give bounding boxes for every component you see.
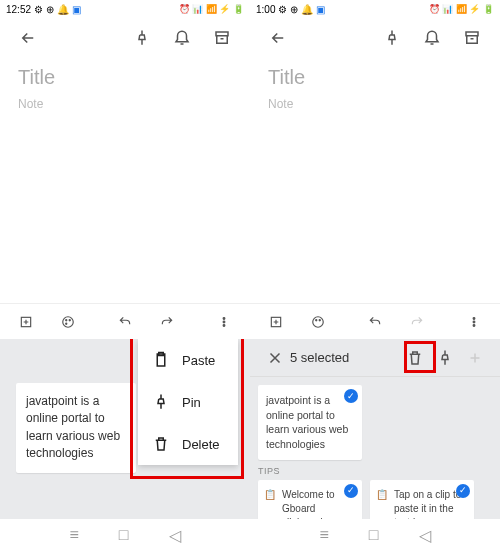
palette-icon[interactable] bbox=[52, 306, 84, 338]
svg-point-18 bbox=[473, 324, 475, 326]
svg-point-5 bbox=[66, 323, 67, 324]
pin-icon[interactable] bbox=[430, 343, 460, 373]
pin-icon[interactable] bbox=[376, 22, 408, 54]
back-icon[interactable] bbox=[12, 22, 44, 54]
tip-item[interactable]: 📋 Welcome to Gboard clipboard, any text … bbox=[258, 480, 362, 519]
nav-back-icon[interactable]: ◁ bbox=[169, 526, 181, 545]
redo-icon bbox=[401, 306, 433, 338]
nav-bar: ≡ □ ◁ bbox=[250, 519, 500, 551]
svg-point-15 bbox=[319, 319, 320, 320]
bell-icon: 🔔 bbox=[57, 4, 69, 15]
tips-label: TIPS bbox=[258, 466, 492, 476]
nav-back-icon[interactable]: ◁ bbox=[419, 526, 431, 545]
title-input[interactable]: Title bbox=[268, 66, 482, 89]
nav-home-icon[interactable]: □ bbox=[369, 526, 379, 544]
more-icon[interactable] bbox=[458, 306, 490, 338]
clipboard-item[interactable]: javatpoint is a online portal to learn v… bbox=[16, 383, 136, 473]
status-bar: 12:52 ⚙ ⊕ 🔔 ▣ ⏰ 📊 📶 ⚡ 🔋 bbox=[0, 0, 250, 18]
status-icons: ⏰ 📊 📶 ⚡ 🔋 bbox=[179, 4, 244, 14]
gear-icon: ⚙ bbox=[34, 4, 43, 15]
menu-paste[interactable]: Paste bbox=[138, 339, 238, 381]
check-icon: ✓ bbox=[344, 484, 358, 498]
editor-bottom-bar bbox=[250, 303, 500, 339]
svg-point-13 bbox=[313, 316, 324, 327]
title-input[interactable]: Title bbox=[18, 66, 232, 89]
svg-point-14 bbox=[316, 319, 317, 320]
close-icon[interactable] bbox=[260, 343, 290, 373]
status-icons: ⏰ 📊 📶 ⚡ 🔋 bbox=[429, 4, 494, 14]
selection-count: 5 selected bbox=[290, 350, 349, 365]
archive-icon[interactable] bbox=[206, 22, 238, 54]
bell-icon: 🔔 bbox=[301, 4, 313, 15]
context-menu: Paste Pin Delete bbox=[138, 339, 238, 465]
svg-point-2 bbox=[63, 316, 74, 327]
selection-bar: 5 selected bbox=[250, 339, 500, 377]
redo-icon[interactable] bbox=[151, 306, 183, 338]
svg-point-4 bbox=[69, 319, 70, 320]
archive-icon[interactable] bbox=[456, 22, 488, 54]
more-icon[interactable] bbox=[208, 306, 240, 338]
undo-icon[interactable] bbox=[109, 306, 141, 338]
app-icon: ▣ bbox=[72, 4, 81, 15]
svg-point-7 bbox=[223, 321, 225, 323]
delete-icon[interactable] bbox=[400, 343, 430, 373]
nav-recent-icon[interactable]: ≡ bbox=[319, 526, 328, 544]
note-toolbar bbox=[250, 18, 500, 58]
clipboard-icon: 📋 bbox=[376, 488, 390, 502]
svg-rect-0 bbox=[216, 32, 228, 36]
clipboard-item[interactable]: javatpoint is a online portal to learn v… bbox=[258, 385, 362, 460]
nav-recent-icon[interactable]: ≡ bbox=[69, 526, 78, 544]
svg-point-6 bbox=[223, 317, 225, 319]
screen-right: 1:00 ⚙ ⊕ 🔔 ▣ ⏰ 📊 📶 ⚡ 🔋 Title Note 5 sele… bbox=[250, 0, 500, 551]
palette-icon[interactable] bbox=[302, 306, 334, 338]
note-toolbar bbox=[0, 18, 250, 58]
clipboard-icon: 📋 bbox=[264, 488, 278, 502]
add-icon[interactable] bbox=[260, 306, 292, 338]
svg-point-17 bbox=[473, 321, 475, 323]
check-icon: ✓ bbox=[456, 484, 470, 498]
note-input[interactable]: Note bbox=[268, 97, 482, 111]
editor-bottom-bar bbox=[0, 303, 250, 339]
reminder-icon[interactable] bbox=[166, 22, 198, 54]
svg-point-3 bbox=[66, 319, 67, 320]
globe-icon: ⊕ bbox=[290, 4, 298, 15]
add-clip-icon bbox=[460, 343, 490, 373]
nav-bar: ≡ □ ◁ bbox=[0, 519, 250, 551]
check-icon: ✓ bbox=[344, 389, 358, 403]
note-input[interactable]: Note bbox=[18, 97, 232, 111]
svg-point-8 bbox=[223, 324, 225, 326]
clipboard-panel: javatpoint is a online portal to learn v… bbox=[0, 339, 250, 519]
note-editor[interactable]: Title Note bbox=[0, 58, 250, 111]
status-bar: 1:00 ⚙ ⊕ 🔔 ▣ ⏰ 📊 📶 ⚡ 🔋 bbox=[250, 0, 500, 18]
screen-left: 12:52 ⚙ ⊕ 🔔 ▣ ⏰ 📊 📶 ⚡ 🔋 Title Note javat… bbox=[0, 0, 250, 551]
gear-icon: ⚙ bbox=[278, 4, 287, 15]
reminder-icon[interactable] bbox=[416, 22, 448, 54]
undo-icon[interactable] bbox=[359, 306, 391, 338]
menu-pin[interactable]: Pin bbox=[138, 381, 238, 423]
back-icon[interactable] bbox=[262, 22, 294, 54]
svg-point-16 bbox=[473, 317, 475, 319]
clock: 12:52 bbox=[6, 4, 31, 15]
app-icon: ▣ bbox=[316, 4, 325, 15]
tip-item[interactable]: 📋 Tap on a clip to paste it in the text … bbox=[370, 480, 474, 519]
clipboard-panel: 5 selected javatpoint is a online portal… bbox=[250, 339, 500, 519]
nav-home-icon[interactable]: □ bbox=[119, 526, 129, 544]
pin-icon[interactable] bbox=[126, 22, 158, 54]
add-icon[interactable] bbox=[10, 306, 42, 338]
clock: 1:00 bbox=[256, 4, 275, 15]
menu-delete[interactable]: Delete bbox=[138, 423, 238, 465]
globe-icon: ⊕ bbox=[46, 4, 54, 15]
note-editor[interactable]: Title Note bbox=[250, 58, 500, 111]
svg-rect-11 bbox=[466, 32, 478, 36]
